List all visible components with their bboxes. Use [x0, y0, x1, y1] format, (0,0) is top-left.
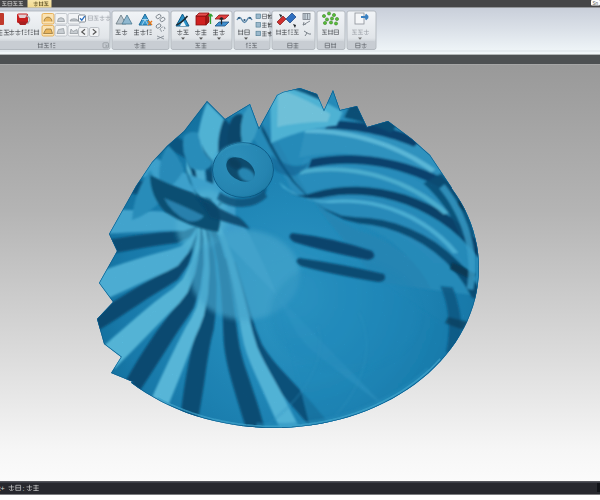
- svg-text::: :: [23, 484, 25, 493]
- svg-text:lt+: lt+: [0, 484, 5, 493]
- svg-text:Sn: Sn: [593, 1, 599, 6]
